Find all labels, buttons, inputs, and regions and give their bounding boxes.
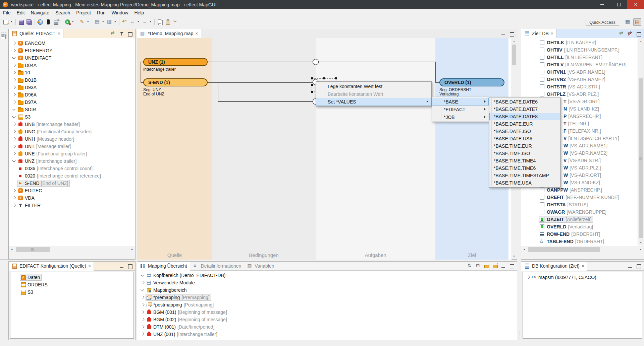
chevron-icon[interactable] xyxy=(140,309,146,315)
scroll-right-icon[interactable] xyxy=(638,246,644,253)
chevron-icon[interactable] xyxy=(140,317,146,322)
field-checkbox[interactable] xyxy=(539,216,546,222)
scroll-left-icon[interactable] xyxy=(521,246,527,253)
tree-item[interactable]: UNH [Message header] xyxy=(9,135,135,143)
chevron-icon[interactable] xyxy=(11,144,17,149)
chevron-icon[interactable] xyxy=(11,55,17,61)
chevron-icon[interactable] xyxy=(11,77,17,83)
config-item[interactable]: S3 xyxy=(10,288,133,296)
tree-item[interactable]: UNEDIFACT xyxy=(9,54,135,62)
toolbar-icon[interactable] xyxy=(17,18,25,26)
chevron-icon[interactable] xyxy=(140,273,146,278)
toolbar-icon[interactable] xyxy=(53,18,60,26)
tree-item[interactable]: 0020 [Interchange control reference] xyxy=(9,172,135,180)
tree-item[interactable]: VDA xyxy=(9,194,135,202)
scroll-down-icon[interactable] xyxy=(638,239,644,246)
overview-item[interactable]: *premapping [Premapping] xyxy=(137,294,517,301)
menu-bar-item[interactable]: Search xyxy=(52,9,73,16)
scroll-down-icon[interactable] xyxy=(511,253,517,259)
header-icon[interactable] xyxy=(500,263,506,269)
scroll-thumb[interactable] xyxy=(639,78,643,238)
overview-tab[interactable]: Mapping Übersicht xyxy=(137,262,190,271)
field-row[interactable]: OHTVN1 [VS-ADR.NAME1] xyxy=(521,68,638,76)
base-value-item[interactable]: *BASE.DATE.DATE8 xyxy=(489,113,560,120)
chevron-icon[interactable] xyxy=(11,107,17,112)
connection-point-1[interactable] xyxy=(313,59,319,65)
chevron-icon[interactable] xyxy=(11,70,17,75)
field-checkbox[interactable] xyxy=(539,202,546,208)
menu-bar-item[interactable]: Run xyxy=(94,9,109,16)
toolbar-icon[interactable] xyxy=(35,19,35,25)
perspective-icon[interactable] xyxy=(624,18,632,26)
node-send[interactable]: S-END (1) xyxy=(143,78,208,86)
field-row[interactable]: OHTSTR [VS-ADR.STR.] xyxy=(521,83,638,90)
tree-item[interactable]: EDITEC xyxy=(9,187,135,194)
tree-item[interactable]: EDIENERGY xyxy=(9,47,135,54)
chevron-icon[interactable] xyxy=(11,166,17,171)
menu-bar-item[interactable]: File xyxy=(0,9,14,16)
values-submenu-item[interactable]: *EDIFACT xyxy=(432,106,489,113)
tab-close-icon[interactable] xyxy=(88,263,91,269)
chevron-icon[interactable] xyxy=(140,287,146,293)
tree-item[interactable]: UNE [Functional group trailer] xyxy=(9,150,135,157)
field-checkbox[interactable] xyxy=(539,40,546,46)
menu-bar-item[interactable]: Navigate xyxy=(28,9,52,16)
overview-tab[interactable]: Detailinformationen xyxy=(190,262,244,271)
header-icon[interactable] xyxy=(119,30,125,37)
toolbar-icon[interactable] xyxy=(121,18,128,26)
base-value-item[interactable]: *BASE.TIME.TIME4 xyxy=(489,157,560,164)
toolbar-icon[interactable] xyxy=(154,19,155,25)
overview-item[interactable]: *postmapping [Postmapping] xyxy=(137,301,517,308)
db-config-item[interactable]: mapsm (I009777T, C#ACO) xyxy=(523,274,642,281)
field-checkbox[interactable] xyxy=(539,231,546,237)
tab-close-icon[interactable] xyxy=(57,31,60,36)
toolbar-icon[interactable] xyxy=(25,18,33,26)
overview-item[interactable]: BGM (002) [Beginning of message] xyxy=(137,316,517,323)
chevron-icon[interactable] xyxy=(140,332,146,337)
chevron-icon[interactable] xyxy=(11,41,17,46)
menu-bar-item[interactable]: Help xyxy=(131,9,147,16)
field-row[interactable]: OHTVN2 [VS-ADR.NAME2] xyxy=(521,76,638,83)
base-value-item[interactable]: *BASE.TIME.ISO xyxy=(489,150,560,157)
chevron-icon[interactable] xyxy=(11,203,17,208)
toolbar-icon[interactable] xyxy=(156,18,164,26)
tree-item[interactable]: D01B xyxy=(9,76,135,84)
chevron-icon[interactable] xyxy=(11,188,17,193)
field-checkbox[interactable] xyxy=(539,224,546,230)
chevron-icon[interactable] xyxy=(11,151,17,156)
chevron-icon[interactable] xyxy=(11,195,17,201)
scroll-thumb[interactable] xyxy=(512,45,516,65)
toolbar-icon[interactable] xyxy=(79,18,86,26)
tab-demo-mapping[interactable]: *Demo_Mapping.map xyxy=(137,29,201,38)
toolbar-icon[interactable] xyxy=(87,18,90,26)
header-icon[interactable] xyxy=(475,263,481,269)
overview-item[interactable]: Mappingbereich xyxy=(137,286,517,294)
header-icon[interactable] xyxy=(627,30,633,37)
tree-item[interactable]: UNZ [Interchange trailer] xyxy=(9,157,135,165)
overview-item[interactable]: DTM (001) [Date/time/period] xyxy=(137,323,517,331)
tree-item[interactable]: UNG [Functional Group header] xyxy=(9,128,135,135)
scroll-right-icon[interactable] xyxy=(129,246,135,253)
toolbar-icon[interactable] xyxy=(114,18,117,26)
base-value-item[interactable]: *BASE.TIME.TIME6 xyxy=(489,164,560,172)
header-icon[interactable] xyxy=(500,30,506,37)
chevron-icon[interactable] xyxy=(11,181,17,186)
toolbar-icon[interactable] xyxy=(141,18,149,26)
base-value-item[interactable]: *BASE.DATE.USA xyxy=(489,135,560,142)
toolbar-icon[interactable] xyxy=(102,18,105,26)
field-checkbox[interactable] xyxy=(539,69,546,75)
base-value-item[interactable]: *BASE.DATE.ISO xyxy=(489,128,560,135)
overview-item[interactable]: UNZ (001) [Interchange trailer] xyxy=(137,331,517,338)
toolbar-icon[interactable] xyxy=(164,18,172,26)
toolbar-icon[interactable] xyxy=(129,18,137,26)
quick-access-button[interactable]: Quick Access xyxy=(586,19,619,26)
field-row[interactable]: TABLE-END [ORDERSHT] xyxy=(521,238,638,245)
scroll-up-icon[interactable] xyxy=(638,38,644,44)
tree-item[interactable]: 0036 [Interchange control count] xyxy=(9,165,135,172)
strip-grip[interactable] xyxy=(1,30,7,32)
field-checkbox[interactable] xyxy=(539,91,546,97)
tree-item[interactable]: S-END [End of UNZ] xyxy=(9,180,135,187)
context-menu-item[interactable]: Lege konstanten Wert fest xyxy=(316,82,431,90)
chevron-icon[interactable] xyxy=(526,275,531,280)
chevron-icon[interactable] xyxy=(11,85,17,90)
